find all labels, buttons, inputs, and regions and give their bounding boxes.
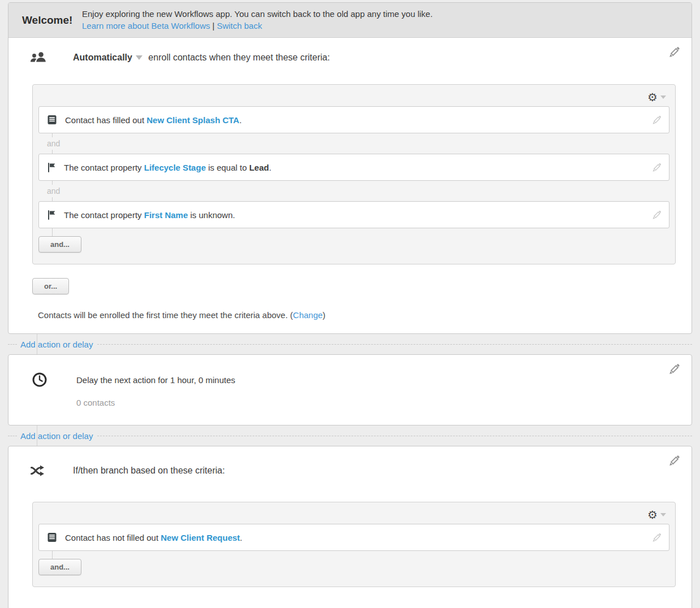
criteria-row-form-not-filled: Contact has not filled out New Client Re… — [38, 524, 669, 551]
branch-title: If/then branch based on these criteria: — [73, 466, 225, 475]
dropdown-caret-icon[interactable] — [136, 55, 142, 60]
pencil-icon — [651, 532, 662, 544]
criteria-row-first-name: The contact property First Name is unkno… — [38, 201, 669, 228]
clock-icon — [30, 372, 49, 388]
learn-more-link[interactable]: Learn more about Beta Workflows — [82, 21, 210, 31]
add-action-or-delay-link[interactable]: Add action or delay — [20, 340, 93, 349]
banner-title: Welcome! — [22, 14, 82, 27]
pencil-icon — [667, 454, 681, 468]
enroll-mode-dropdown[interactable]: Automatically — [73, 53, 132, 62]
criteria-property-link[interactable]: First Name — [144, 210, 188, 220]
criteria-form-link[interactable]: New Client Request — [161, 533, 240, 542]
pencil-icon — [651, 210, 662, 221]
dashed-line — [8, 436, 17, 436]
gear-caret-icon[interactable] — [660, 513, 666, 516]
add-action-or-delay-link[interactable]: Add action or delay — [20, 431, 93, 441]
enrollment-criteria-group: ⚙ Contact has filled out New Client Spla… — [32, 84, 676, 264]
form-icon — [47, 532, 57, 542]
connector — [38, 228, 669, 236]
workflow-canvas: Welcome! Enjoy exploring the new Workflo… — [0, 2, 700, 608]
dashed-line — [97, 436, 692, 436]
criteria-group-toolbar: ⚙ — [38, 88, 669, 106]
delay-contact-count: 0 contacts — [8, 388, 692, 407]
edit-criteria-button[interactable] — [651, 115, 662, 126]
contacts-icon — [29, 51, 48, 64]
criteria-value: Lead — [249, 163, 269, 172]
if-then-branch-card: If/then branch based on these criteria: … — [8, 446, 692, 608]
banner-message: Enjoy exploring the new Workflows app. Y… — [82, 8, 433, 20]
delay-card: Delay the next action for 1 hour, 0 minu… — [8, 354, 692, 425]
criteria-row-form-filled: Contact has filled out New Client Splash… — [38, 106, 669, 133]
edit-criteria-button[interactable] — [651, 532, 662, 544]
gear-icon[interactable]: ⚙ — [647, 92, 658, 103]
edit-branch-button[interactable] — [667, 454, 681, 469]
welcome-banner: Welcome! Enjoy exploring the new Workflo… — [8, 3, 692, 38]
dashed-line — [97, 344, 692, 345]
pencil-icon — [651, 162, 662, 173]
pencil-icon — [667, 363, 681, 376]
enrollment-type-text: Contacts will be enrolled the first time… — [38, 310, 692, 320]
edit-criteria-button[interactable] — [651, 210, 662, 221]
edit-delay-button[interactable] — [667, 363, 681, 377]
gear-icon[interactable]: ⚙ — [647, 509, 658, 520]
edit-enrollment-button[interactable] — [667, 46, 681, 60]
change-enrollment-link[interactable]: Change — [293, 310, 323, 320]
and-separator: and — [38, 181, 669, 201]
switch-back-link[interactable]: Switch back — [217, 21, 262, 31]
delay-description: Delay the next action for 1 hour, 0 minu… — [76, 375, 235, 385]
branch-header: If/then branch based on these criteria: — [8, 446, 692, 477]
and-separator: and — [38, 133, 669, 154]
edit-criteria-button[interactable] — [651, 162, 662, 173]
add-action-row: Add action or delay — [0, 334, 700, 354]
or-button[interactable]: or... — [32, 278, 69, 294]
add-action-row: Add action or delay — [0, 425, 700, 446]
criteria-text: Contact has filled out — [65, 115, 146, 125]
criteria-row-lifecycle-stage: The contact property Lifecycle Stage is … — [38, 154, 669, 181]
branch-criteria-group: ⚙ Contact has not filled out New Client … — [32, 502, 676, 587]
gear-caret-icon[interactable] — [660, 95, 666, 99]
pencil-icon — [667, 46, 681, 59]
branch-shuffle-icon — [29, 464, 48, 477]
and-button[interactable]: and... — [38, 559, 81, 575]
form-icon — [47, 115, 57, 125]
pencil-icon — [651, 115, 662, 126]
link-divider: | — [213, 21, 215, 31]
flag-icon — [47, 210, 56, 220]
criteria-property-link[interactable]: Lifecycle Stage — [144, 163, 206, 172]
dashed-line — [8, 344, 17, 345]
enrollment-header: Automatically enroll contacts when they … — [8, 38, 692, 64]
and-button[interactable]: and... — [38, 236, 81, 253]
criteria-form-link[interactable]: New Client Splash CTA — [146, 115, 239, 125]
criteria-group-toolbar: ⚙ — [38, 506, 669, 524]
connector — [38, 551, 669, 559]
enrollment-card: Welcome! Enjoy exploring the new Workflo… — [8, 2, 692, 334]
enrollment-header-text: enroll contacts when they meet these cri… — [146, 53, 330, 62]
flag-icon — [47, 162, 56, 173]
